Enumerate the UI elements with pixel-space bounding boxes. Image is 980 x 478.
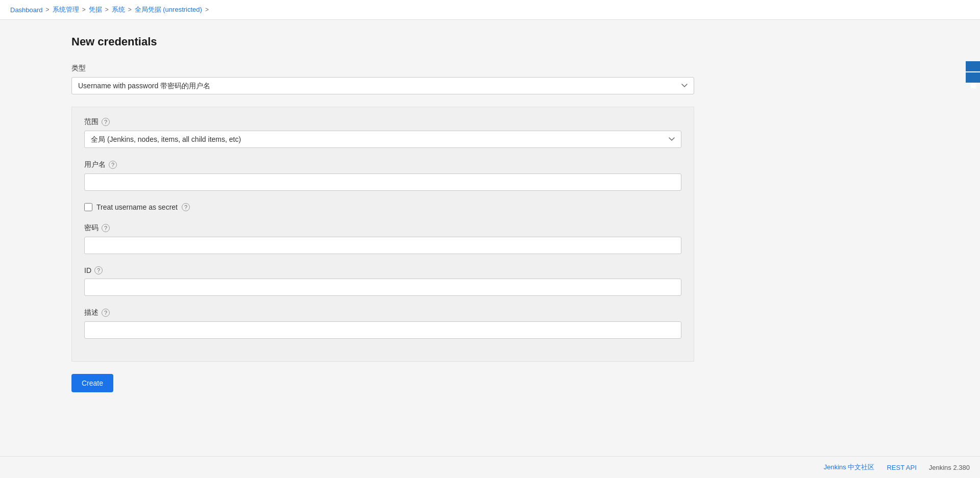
description-help-icon[interactable]: ? [102, 309, 110, 317]
page-title: New credentials [71, 35, 694, 48]
id-input[interactable] [84, 279, 681, 296]
scope-section: 范围 ? 全局 (Jenkins, nodes, items, all chil… [84, 117, 681, 148]
description-input[interactable] [84, 321, 681, 339]
footer: Jenkins 中文社区 REST API Jenkins 2.380 [0, 456, 980, 478]
type-section: 类型 Username with password 带密码的用户名 SSH Us… [71, 64, 694, 94]
scope-help-icon[interactable]: ? [102, 118, 110, 126]
id-label-row: ID ? [84, 266, 681, 274]
username-section: 用户名 ? [84, 160, 681, 191]
main-content: New credentials 类型 Username with passwor… [0, 20, 766, 408]
footer-version: Jenkins 2.380 [929, 464, 970, 471]
sidebar-widget-news[interactable]: 腾讯新闻 [966, 61, 980, 71]
password-input[interactable] [84, 237, 681, 254]
password-label-row: 密码 ? [84, 223, 681, 233]
footer-rest-api-link[interactable]: REST API [887, 464, 916, 471]
type-label: 类型 [71, 64, 694, 73]
username-help-icon[interactable]: ? [109, 161, 117, 169]
treat-username-secret-label: Treat username as secret [96, 203, 178, 211]
breadcrumb-sep-2: > [82, 6, 86, 13]
username-label-row: 用户名 ? [84, 160, 681, 169]
password-help-icon[interactable]: ? [102, 224, 110, 232]
scope-select[interactable]: 全局 (Jenkins, nodes, items, all child ite… [84, 131, 681, 148]
breadcrumb-sep-4: > [128, 6, 132, 13]
type-select[interactable]: Username with password 带密码的用户名 SSH Usern… [71, 77, 694, 94]
description-section: 描述 ? [84, 308, 681, 339]
treat-username-secret-checkbox[interactable] [84, 203, 92, 211]
username-input[interactable] [84, 173, 681, 191]
breadcrumb-bar: Dashboard > 系统管理 > 凭据 > 系统 > 全局凭据 (unres… [0, 0, 980, 20]
breadcrumb-sep-3: > [105, 6, 109, 13]
right-sidebar: 腾讯新闻 翻译 [966, 61, 980, 83]
breadcrumb-credentials[interactable]: 凭据 [89, 5, 102, 14]
breadcrumb-dashboard[interactable]: Dashboard [10, 6, 43, 14]
breadcrumb-sep-5: > [205, 6, 209, 13]
create-button[interactable]: Create [71, 374, 113, 392]
id-help-icon[interactable]: ? [94, 266, 103, 274]
breadcrumb-sep-1: > [46, 6, 50, 13]
id-section: ID ? [84, 266, 681, 296]
treat-username-secret-help-icon[interactable]: ? [182, 203, 190, 211]
sidebar-widget-translate[interactable]: 翻译 [966, 72, 980, 83]
footer-community-link[interactable]: Jenkins 中文社区 [824, 463, 875, 472]
breadcrumb-system[interactable]: 系统 [112, 5, 125, 14]
breadcrumb-global-credentials[interactable]: 全局凭据 (unrestricted) [135, 5, 202, 14]
indented-section: 范围 ? 全局 (Jenkins, nodes, items, all chil… [71, 107, 694, 362]
password-section: 密码 ? [84, 223, 681, 254]
treat-username-secret-row: Treat username as secret ? [84, 203, 681, 211]
scope-label-row: 范围 ? [84, 117, 681, 127]
breadcrumb-system-admin[interactable]: 系统管理 [53, 5, 79, 14]
description-label-row: 描述 ? [84, 308, 681, 317]
